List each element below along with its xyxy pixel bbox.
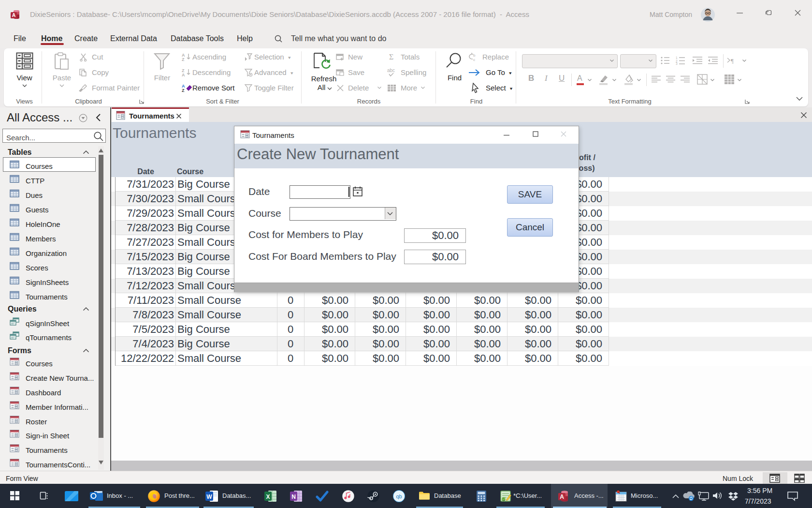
svg-text:A: A xyxy=(12,12,16,18)
svg-text:¶: ¶ xyxy=(731,57,734,64)
svg-text:abc: abc xyxy=(387,68,395,73)
svg-text:Σ: Σ xyxy=(389,53,393,61)
svg-text:b: b xyxy=(473,53,476,58)
svg-text:Z: Z xyxy=(182,88,185,92)
svg-text:N: N xyxy=(291,493,296,500)
svg-text:X: X xyxy=(266,493,270,500)
svg-text:Z: Z xyxy=(182,57,185,61)
svg-text:A: A xyxy=(560,493,564,500)
svg-text:W: W xyxy=(206,493,212,500)
svg-text:3: 3 xyxy=(676,62,678,65)
svg-text:A: A xyxy=(182,73,185,77)
svg-text:c: c xyxy=(473,58,475,62)
svg-text:qb: qb xyxy=(396,493,402,499)
